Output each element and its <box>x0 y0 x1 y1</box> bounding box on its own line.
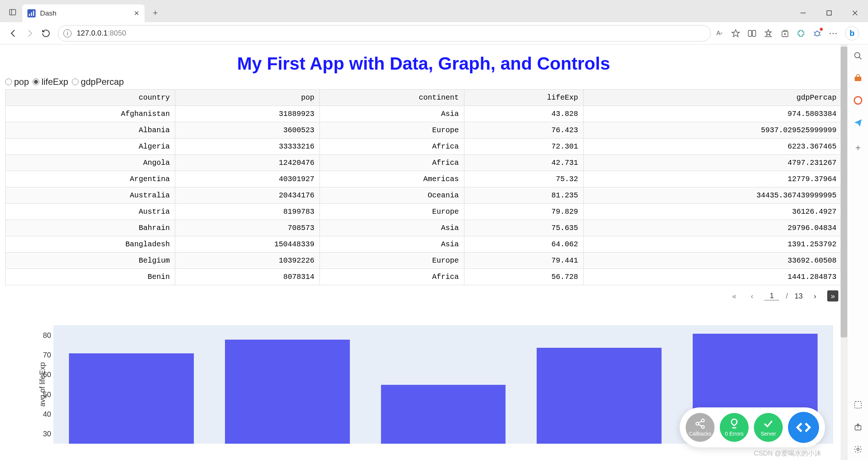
close-window-button[interactable] <box>842 4 868 22</box>
pager-divider: / <box>786 292 788 300</box>
table-cell: 974.5803384 <box>583 106 842 122</box>
address-bar[interactable]: i 127.0.0.1:8050 <box>58 25 711 41</box>
th-continent[interactable]: continent <box>320 90 464 106</box>
th-lifeexp[interactable]: lifeExp <box>464 90 584 106</box>
table-cell: 79.829 <box>464 204 584 220</box>
chart-ytick: 50 <box>39 390 51 399</box>
pager-total: 13 <box>795 292 803 300</box>
table-row[interactable]: Argentina40301927Americas75.3212779.3796… <box>6 171 842 187</box>
extension-puzzle-icon[interactable] <box>796 29 806 38</box>
browser-window: Dash ✕ ＋ i 127.0.0.1:8050 A» ⋯ <box>0 0 868 460</box>
favorite-icon[interactable] <box>731 29 741 38</box>
svg-point-20 <box>702 426 705 429</box>
table-row[interactable]: Algeria33333216Africa72.3016223.367465 <box>6 139 842 155</box>
dash-devtools: Callbacks 0 Errors Server <box>680 407 825 447</box>
table-cell: Asia <box>320 220 464 236</box>
table-cell: 12420476 <box>175 155 320 171</box>
chart-bar[interactable] <box>381 385 506 444</box>
refresh-button[interactable] <box>38 25 54 41</box>
sidebar-search-icon[interactable] <box>853 51 863 61</box>
table-row[interactable]: Angola12420476Africa42.7314797.231267 <box>6 155 842 171</box>
table-cell: 150448339 <box>175 236 320 253</box>
tab-actions-button[interactable] <box>6 6 19 19</box>
chart-ytick: 60 <box>39 370 51 379</box>
tab-title: Dash <box>40 9 56 17</box>
table-cell: Benin <box>6 269 175 285</box>
svg-rect-27 <box>855 401 861 408</box>
svg-point-23 <box>855 53 860 58</box>
page-scrollbar[interactable] <box>841 44 847 460</box>
chart-ytick: 70 <box>39 351 51 359</box>
table-row[interactable]: Afghanistan31889923Asia43.828974.5803384 <box>6 106 842 122</box>
th-pop[interactable]: pop <box>175 90 320 106</box>
chart-bar[interactable] <box>537 348 662 444</box>
chart-bar[interactable] <box>225 340 350 444</box>
sidebar-settings-icon[interactable] <box>853 444 863 454</box>
pager-next[interactable]: › <box>809 290 821 301</box>
table-cell: 33692.60508 <box>583 253 842 269</box>
chart-bar[interactable] <box>69 353 194 444</box>
devtool-server[interactable]: Server <box>754 413 783 442</box>
more-menu-icon[interactable]: ⋯ <box>829 29 838 38</box>
svg-line-24 <box>859 57 861 59</box>
favorites-list-icon[interactable] <box>763 29 773 38</box>
browser-toolbar: i 127.0.0.1:8050 A» ⋯ b <box>0 22 868 44</box>
new-tab-button[interactable]: ＋ <box>148 5 163 20</box>
pager-last[interactable]: » <box>827 290 838 301</box>
sidebar-add-icon[interactable]: ＋ <box>854 141 862 153</box>
table-cell: 34435.367439999995 <box>583 187 842 204</box>
th-country[interactable]: country <box>6 90 175 106</box>
radio-gdppercap[interactable]: gdpPercap <box>72 77 124 87</box>
svg-rect-2 <box>29 14 30 16</box>
extension-bug-icon[interactable] <box>812 29 822 38</box>
close-tab-icon[interactable]: ✕ <box>134 9 139 17</box>
devtool-toggle[interactable] <box>788 412 819 443</box>
table-cell: Europe <box>320 253 464 269</box>
th-gdppercap[interactable]: gdpPercap <box>583 90 842 106</box>
devtool-callbacks[interactable]: Callbacks <box>686 413 715 442</box>
minimize-button[interactable] <box>790 4 816 22</box>
maximize-button[interactable] <box>816 4 842 22</box>
svg-marker-9 <box>732 30 739 37</box>
chart-ytick: 40 <box>39 410 51 419</box>
devtool-errors[interactable]: 0 Errors <box>720 413 749 442</box>
table-row[interactable]: Austria8199783Europe79.82936126.4927 <box>6 204 842 220</box>
table-cell: 36126.4927 <box>583 204 842 220</box>
table-cell: 6223.367465 <box>583 139 842 155</box>
pager-prev[interactable]: ‹ <box>746 290 758 301</box>
table-row[interactable]: Albania3600523Europe76.4235937.029525999… <box>6 122 842 139</box>
pager-current-input[interactable]: 1 <box>764 291 779 300</box>
radio-lifeexp[interactable]: lifeExp <box>33 77 68 87</box>
table-cell: Africa <box>320 139 464 155</box>
browser-tab[interactable]: Dash ✕ <box>22 4 145 22</box>
table-cell: 10392226 <box>175 253 320 269</box>
radio-pop[interactable]: pop <box>5 77 29 87</box>
sidebar-screenshot-icon[interactable] <box>853 400 863 410</box>
table-cell: Africa <box>320 155 464 171</box>
sidebar-send-icon[interactable] <box>853 118 863 127</box>
sidebar-share-icon[interactable] <box>853 422 863 432</box>
table-row[interactable]: Australia20434176Oceania81.23534435.3674… <box>6 187 842 204</box>
table-cell: 31889923 <box>175 106 320 122</box>
table-row[interactable]: Benin8078314Africa56.7281441.284873 <box>6 269 842 285</box>
table-cell: Belgium <box>6 253 175 269</box>
back-button[interactable] <box>5 25 21 41</box>
table-row[interactable]: Belgium10392226Europe79.44133692.60508 <box>6 253 842 269</box>
svg-marker-12 <box>765 30 771 36</box>
split-screen-icon[interactable] <box>747 29 757 38</box>
table-cell: Asia <box>320 106 464 122</box>
site-info-icon[interactable]: i <box>63 29 72 37</box>
pager-first[interactable]: « <box>729 290 740 301</box>
collections-icon[interactable] <box>780 29 789 38</box>
table-cell: 79.441 <box>464 253 584 269</box>
table-cell: 81.235 <box>464 187 584 204</box>
table-row[interactable]: Bangladesh150448339Asia64.0621391.253792 <box>6 236 842 253</box>
read-aloud-icon[interactable]: A» <box>715 29 724 38</box>
bing-chat-button[interactable]: b <box>845 26 859 40</box>
sidebar-shopping-icon[interactable] <box>853 73 863 83</box>
table-row[interactable]: Bahrain708573Asia75.63529796.04834 <box>6 220 842 236</box>
table-cell: Albania <box>6 122 175 139</box>
sidebar-office-icon[interactable] <box>853 96 863 105</box>
forward-button <box>21 25 38 41</box>
table-cell: Argentina <box>6 171 175 187</box>
